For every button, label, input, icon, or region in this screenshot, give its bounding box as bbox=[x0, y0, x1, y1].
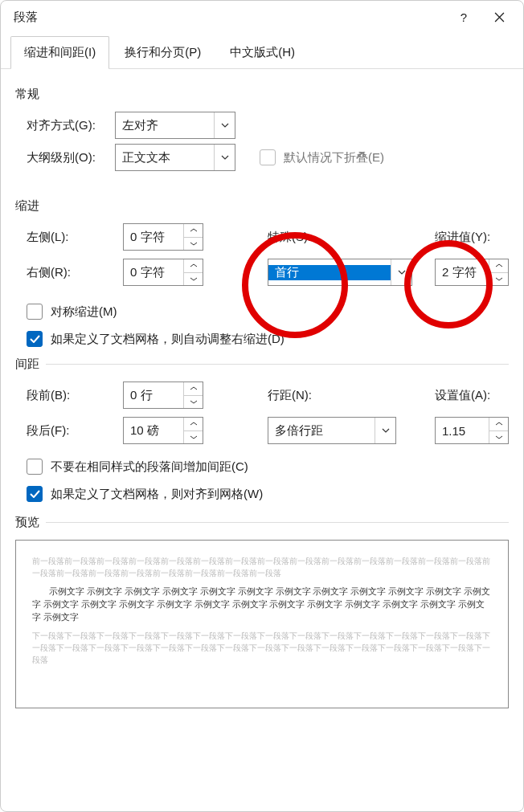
chevron-down-icon bbox=[391, 259, 411, 285]
spin-up-icon[interactable] bbox=[183, 224, 203, 237]
space-before-label: 段前(B): bbox=[27, 388, 115, 403]
snap-to-grid-label: 如果定义了文档网格，则对齐到网格(W) bbox=[51, 487, 263, 502]
check-icon bbox=[30, 335, 40, 343]
space-after-value: 10 磅 bbox=[124, 418, 183, 443]
special-indent-label: 特殊(S): bbox=[268, 230, 412, 245]
mirror-indent-checkbox[interactable] bbox=[27, 304, 43, 320]
snap-to-grid-checkbox[interactable] bbox=[27, 486, 43, 502]
alignment-select[interactable]: 左对齐 bbox=[115, 112, 235, 139]
collapse-default-checkbox bbox=[260, 149, 276, 165]
spacing-heading: 间距 bbox=[15, 357, 509, 372]
outline-level-value: 正文文本 bbox=[116, 150, 214, 165]
titlebar: 段落 ? bbox=[1, 1, 523, 33]
auto-adjust-right-indent-label: 如果定义了文档网格，则自动调整右缩进(D) bbox=[51, 332, 285, 347]
indent-by-spinner[interactable]: 2 字符 bbox=[435, 259, 509, 286]
auto-adjust-right-indent-checkbox[interactable] bbox=[27, 331, 43, 347]
general-heading: 常规 bbox=[15, 87, 509, 102]
outline-level-label: 大纲级别(O): bbox=[27, 150, 107, 165]
close-icon bbox=[494, 12, 505, 22]
indent-right-spinner[interactable]: 0 字符 bbox=[123, 259, 203, 286]
chevron-down-icon bbox=[214, 145, 235, 170]
tab-strip: 缩进和间距(I) 换行和分页(P) 中文版式(H) bbox=[1, 33, 523, 69]
line-spacing-label: 行距(N): bbox=[268, 388, 396, 403]
spin-up-icon[interactable] bbox=[489, 418, 508, 430]
space-after-spinner[interactable]: 10 磅 bbox=[123, 417, 203, 444]
space-after-label: 段后(F): bbox=[27, 423, 115, 439]
spin-down-icon[interactable] bbox=[489, 430, 508, 444]
alignment-value: 左对齐 bbox=[116, 118, 214, 133]
preview-heading: 预览 bbox=[15, 515, 509, 530]
spin-down-icon[interactable] bbox=[489, 272, 508, 286]
spin-down-icon[interactable] bbox=[183, 395, 203, 409]
alignment-label: 对齐方式(G): bbox=[27, 118, 107, 133]
spin-up-icon[interactable] bbox=[183, 382, 203, 395]
spin-up-icon[interactable] bbox=[183, 259, 203, 272]
indent-by-value: 2 字符 bbox=[436, 259, 489, 285]
indent-left-spinner[interactable]: 0 字符 bbox=[123, 223, 203, 251]
close-button[interactable] bbox=[481, 5, 517, 29]
spacing-at-spinner[interactable]: 1.15 bbox=[435, 417, 509, 444]
preview-box: 前一段落前一段落前一段落前一段落前一段落前一段落前一段落前一段落前一段落前一段落… bbox=[15, 540, 509, 708]
spin-up-icon[interactable] bbox=[183, 418, 203, 430]
tab-line-page-breaks[interactable]: 换行和分页(P) bbox=[111, 36, 215, 68]
spin-up-icon[interactable] bbox=[489, 259, 508, 272]
spacing-at-value: 1.15 bbox=[436, 418, 489, 443]
paragraph-dialog: 段落 ? 缩进和间距(I) 换行和分页(P) 中文版式(H) 常规 对齐方式(G… bbox=[0, 0, 524, 812]
dont-add-space-label: 不要在相同样式的段落间增加间距(C) bbox=[51, 459, 248, 475]
indent-right-value: 0 字符 bbox=[124, 259, 183, 285]
help-button[interactable]: ? bbox=[446, 5, 481, 29]
chevron-down-icon bbox=[375, 418, 395, 443]
indent-by-label: 缩进值(Y): bbox=[435, 230, 509, 245]
dont-add-space-checkbox[interactable] bbox=[27, 459, 43, 475]
spin-down-icon[interactable] bbox=[183, 272, 203, 286]
spin-down-icon[interactable] bbox=[183, 430, 203, 444]
indent-right-label: 右侧(R): bbox=[27, 265, 115, 280]
spacing-at-label: 设置值(A): bbox=[435, 388, 509, 403]
indent-heading: 缩进 bbox=[15, 198, 509, 214]
preview-prev-paragraph: 前一段落前一段落前一段落前一段落前一段落前一段落前一段落前一段落前一段落前一段落… bbox=[32, 555, 492, 579]
special-indent-value: 首行 bbox=[268, 265, 391, 280]
preview-next-paragraph: 下一段落下一段落下一段落下一段落下一段落下一段落下一段落下一段落下一段落下一段落… bbox=[32, 630, 492, 666]
mirror-indent-label: 对称缩进(M) bbox=[51, 304, 117, 320]
check-icon bbox=[30, 490, 40, 498]
spin-down-icon[interactable] bbox=[183, 237, 203, 251]
chevron-down-icon bbox=[214, 112, 235, 138]
special-indent-select[interactable]: 首行 bbox=[268, 259, 412, 286]
dialog-content: 常规 对齐方式(G): 左对齐 大纲级别(O): 正文文本 默认情况下折叠(E)… bbox=[1, 69, 523, 716]
preview-sample-text: 示例文字 示例文字 示例文字 示例文字 示例文字 示例文字 示例文字 示例文字 … bbox=[32, 586, 492, 623]
outline-level-select[interactable]: 正文文本 bbox=[115, 144, 235, 171]
dialog-title: 段落 bbox=[14, 10, 38, 25]
indent-left-value: 0 字符 bbox=[124, 224, 183, 250]
line-spacing-select[interactable]: 多倍行距 bbox=[268, 417, 396, 444]
tab-chinese-typography[interactable]: 中文版式(H) bbox=[216, 36, 309, 68]
space-before-value: 0 行 bbox=[124, 382, 183, 408]
space-before-spinner[interactable]: 0 行 bbox=[123, 382, 203, 409]
tab-indent-spacing[interactable]: 缩进和间距(I) bbox=[10, 36, 109, 68]
line-spacing-value: 多倍行距 bbox=[268, 423, 375, 439]
indent-left-label: 左侧(L): bbox=[27, 230, 115, 245]
collapse-default-label: 默认情况下折叠(E) bbox=[284, 150, 384, 165]
